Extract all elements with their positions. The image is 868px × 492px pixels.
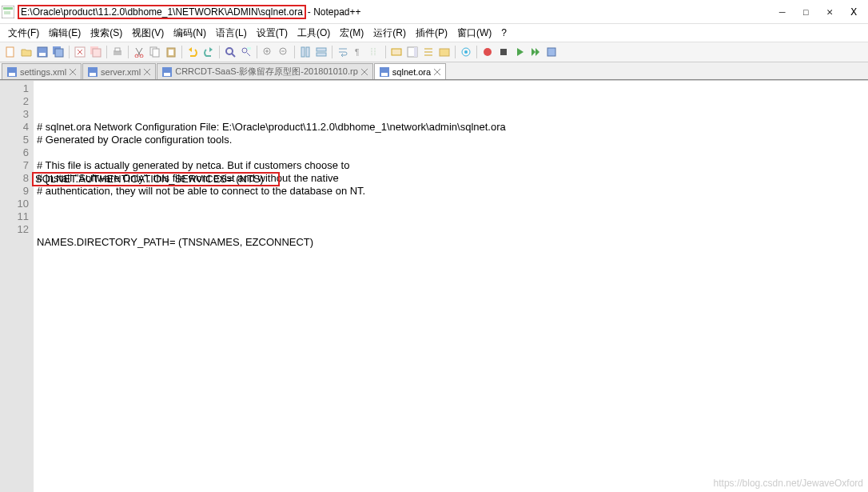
svg-rect-7 <box>39 53 46 56</box>
monitor-icon[interactable] <box>459 45 473 59</box>
svg-point-25 <box>226 48 233 54</box>
svg-point-27 <box>242 48 247 53</box>
svg-rect-34 <box>301 47 305 57</box>
code-pane[interactable]: SQLNET.AUTHENTICATION_SERVICES= (NTS) # … <box>34 81 868 492</box>
close-tab-icon[interactable] <box>70 69 76 75</box>
file-icon <box>88 67 98 77</box>
svg-rect-36 <box>317 48 326 51</box>
toolbar: ¶ <box>0 42 868 62</box>
title-app: - Notepad++ <box>308 6 361 18</box>
sync-h-icon[interactable] <box>314 45 328 59</box>
menu-language[interactable]: 语言(L) <box>211 25 252 42</box>
wordwrap-icon[interactable] <box>336 45 350 59</box>
svg-rect-24 <box>169 50 173 55</box>
record-icon[interactable] <box>480 45 495 59</box>
replace-icon[interactable] <box>239 45 253 59</box>
line-gutter: 123456789101112 <box>0 81 34 492</box>
svg-rect-1 <box>3 7 13 10</box>
menu-macro[interactable]: 宏(M) <box>335 25 368 42</box>
show-all-chars-icon[interactable]: ¶ <box>352 45 366 59</box>
svg-rect-66 <box>381 73 388 76</box>
svg-rect-51 <box>500 49 507 55</box>
print-icon[interactable] <box>110 45 125 59</box>
title-bar: E:\Oracle\product\11.2.0\dbhome_1\NETWOR… <box>0 0 868 24</box>
svg-rect-28 <box>247 47 251 50</box>
new-file-icon[interactable] <box>3 45 18 59</box>
menu-run[interactable]: 运行(R) <box>368 25 411 42</box>
close-button[interactable]: ✕ <box>826 6 833 18</box>
indent-guide-icon[interactable] <box>368 45 382 59</box>
svg-rect-43 <box>414 47 417 57</box>
svg-rect-52 <box>547 48 555 56</box>
play-multi-icon[interactable] <box>528 45 543 59</box>
func-list-icon[interactable] <box>421 45 436 59</box>
svg-text:¶: ¶ <box>355 48 359 57</box>
doc-map-icon[interactable] <box>405 45 420 59</box>
svg-line-26 <box>232 54 235 57</box>
svg-rect-62 <box>164 73 170 76</box>
svg-rect-14 <box>93 49 101 57</box>
close-all-icon[interactable] <box>89 45 103 59</box>
menu-edit[interactable]: 编辑(E) <box>44 25 86 42</box>
open-file-icon[interactable] <box>19 45 34 59</box>
watermark-text: https://blog.csdn.net/JewaveOxford <box>714 478 863 489</box>
svg-rect-22 <box>153 49 159 57</box>
app-icon <box>2 6 14 18</box>
stop-record-icon[interactable] <box>496 45 511 59</box>
svg-point-50 <box>484 48 492 56</box>
svg-rect-58 <box>90 73 96 76</box>
find-icon[interactable] <box>223 45 237 59</box>
file-icon <box>7 67 17 77</box>
tab-sqlnet-ora[interactable]: sqlnet.ora <box>374 63 446 79</box>
menu-bar: 文件(F) 编辑(E) 搜索(S) 视图(V) 编码(N) 语言(L) 设置(T… <box>0 24 868 42</box>
svg-rect-5 <box>6 47 14 57</box>
help-x: X <box>850 6 857 18</box>
menu-search[interactable]: 搜索(S) <box>86 25 127 42</box>
zoom-out-icon[interactable] <box>277 45 291 59</box>
close-tab-icon[interactable] <box>361 69 368 75</box>
tab-server-xml[interactable]: server.xml <box>82 63 156 79</box>
tab-crrcdt-rp[interactable]: CRRCDT-SaaS-影像留存原型图-201801010.rp <box>157 63 373 79</box>
tab-settings-xml[interactable]: settings.xml <box>2 63 82 79</box>
redo-icon[interactable] <box>201 45 216 59</box>
zoom-in-icon[interactable] <box>261 45 275 59</box>
save-macro-icon[interactable] <box>544 45 559 59</box>
close-tab-icon[interactable] <box>434 69 440 75</box>
svg-rect-37 <box>317 53 326 56</box>
svg-point-49 <box>464 50 468 54</box>
svg-rect-41 <box>392 49 401 55</box>
menu-settings[interactable]: 设置(T) <box>252 25 293 42</box>
sync-v-icon[interactable] <box>298 45 313 59</box>
undo-icon[interactable] <box>185 45 200 59</box>
menu-encoding[interactable]: 编码(N) <box>169 25 211 42</box>
tab-bar: settings.xml server.xml CRRCDT-SaaS-影像留存… <box>0 62 868 80</box>
menu-window[interactable]: 窗口(W) <box>452 25 496 42</box>
lang-toggle-icon[interactable] <box>389 45 404 59</box>
svg-rect-9 <box>55 49 63 57</box>
close-file-icon[interactable] <box>73 45 87 59</box>
file-icon <box>380 67 389 77</box>
svg-rect-35 <box>306 47 309 57</box>
menu-view[interactable]: 视图(V) <box>127 25 169 42</box>
svg-rect-47 <box>440 49 449 56</box>
play-macro-icon[interactable] <box>512 45 527 59</box>
save-icon[interactable] <box>35 45 50 59</box>
cut-icon[interactable] <box>132 45 146 59</box>
menu-tools[interactable]: 工具(O) <box>293 25 335 42</box>
svg-rect-16 <box>115 48 120 51</box>
menu-help[interactable]: ? <box>496 26 512 40</box>
save-all-icon[interactable] <box>51 45 66 59</box>
close-tab-icon[interactable] <box>144 69 150 75</box>
copy-icon[interactable] <box>148 45 162 59</box>
menu-file[interactable]: 文件(F) <box>3 25 44 42</box>
menu-plugins[interactable]: 插件(P) <box>411 25 452 42</box>
title-path-highlight: E:\Oracle\product\11.2.0\dbhome_1\NETWOR… <box>18 5 306 19</box>
paste-icon[interactable] <box>164 45 178 59</box>
editor-area[interactable]: 123456789101112 SQLNET.AUTHENTICATION_SE… <box>0 80 868 492</box>
minimize-button[interactable]: — <box>779 6 786 18</box>
file-icon <box>162 67 172 77</box>
folder-workspace-icon[interactable] <box>437 45 452 59</box>
maximize-button[interactable]: ☐ <box>803 6 810 18</box>
svg-rect-54 <box>9 73 15 76</box>
